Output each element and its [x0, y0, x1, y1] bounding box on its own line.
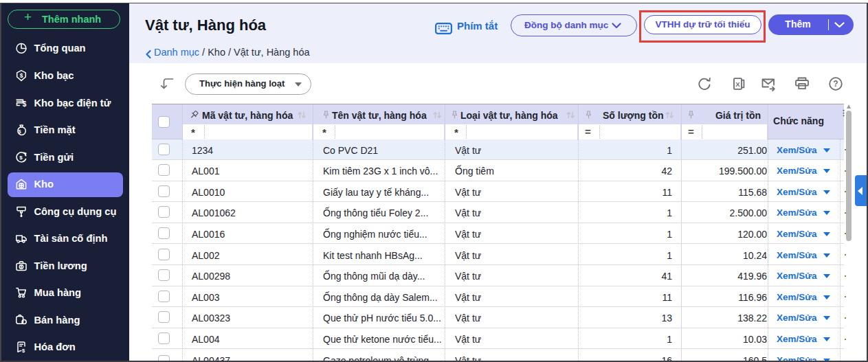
- svg-text:$: $: [22, 348, 25, 354]
- svg-text:$: $: [18, 129, 21, 135]
- svg-text:$: $: [22, 100, 26, 108]
- svg-text:$: $: [19, 155, 23, 161]
- svg-text:?: ?: [833, 79, 838, 89]
- svg-text:X: X: [735, 80, 740, 88]
- svg-text:$: $: [19, 72, 23, 79]
